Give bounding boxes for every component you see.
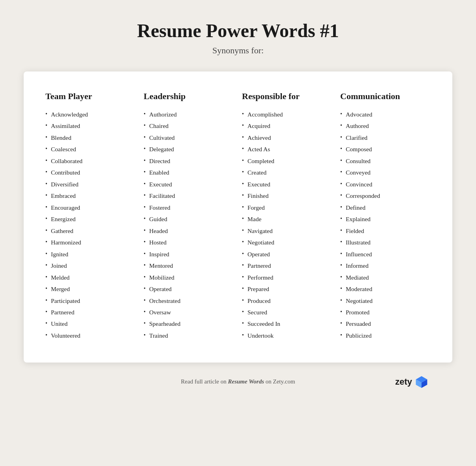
zety-logo: zety [395,375,429,389]
list-item: Participated [45,297,136,305]
list-item: Enabled [144,168,234,177]
list-item: Executed [144,180,234,189]
list-item: Spearheaded [144,319,234,328]
word-list-3: AdvocatedAuthoredClarifiedComposedConsul… [340,110,431,340]
list-item: Energized [45,215,136,224]
zety-logo-text: zety [395,377,412,387]
list-item: Orchestrated [144,297,234,305]
col-header-0: Team Player [45,91,136,101]
word-list-2: AccomplishedAcquiredAchievedActed AsComp… [242,110,332,340]
list-item: Advocated [340,110,431,119]
list-item: Trained [144,331,234,340]
list-item: Volunteered [45,331,136,340]
column-responsible-for: Responsible forAccomplishedAcquiredAchie… [238,91,336,343]
list-item: Succeeded In [242,319,332,328]
list-item: Forged [242,203,332,212]
list-item: Negotiated [242,238,332,247]
col-header-1: Leadership [144,91,234,101]
list-item: Promoted [340,308,431,317]
list-item: Convinced [340,180,431,189]
list-item: Partnered [242,261,332,270]
list-item: Authorized [144,110,234,119]
list-item: Created [242,168,332,177]
list-item: Facilitated [144,192,234,200]
list-item: Navigated [242,227,332,235]
list-item: Defined [340,203,431,212]
list-item: Delegated [144,145,234,154]
list-item: Harmonized [45,238,136,247]
page-title: Resume Power Words #1 [137,20,339,41]
list-item: Executed [242,180,332,189]
list-item: Gathered [45,227,136,235]
list-item: Publicized [340,331,431,340]
list-item: Contributed [45,168,136,177]
list-item: Informed [340,261,431,270]
word-list-1: AuthorizedChairedCultivatedDelegatedDire… [144,110,234,340]
list-item: Encouraged [45,203,136,212]
list-item: Corresponded [340,192,431,200]
list-item: Explained [340,215,431,224]
list-item: Mobilized [144,273,234,282]
list-item: Accomplished [242,110,332,119]
column-team-player: Team PlayerAcknowledgedAssimilatedBlende… [45,91,140,343]
footer: Read full article on Resume Words on Zet… [24,378,452,385]
list-item: Guided [144,215,234,224]
list-item: United [45,319,136,328]
list-item: Prepared [242,285,332,293]
column-communication: CommunicationAdvocatedAuthoredClarifiedC… [336,91,431,343]
list-item: Merged [45,285,136,293]
list-item: Directed [144,157,234,165]
list-item: Coalesced [45,145,136,154]
footer-text: Read full article on Resume Words on Zet… [181,378,295,385]
list-item: Acted As [242,145,332,154]
list-item: Authored [340,122,431,130]
page-subtitle: Synonyms for: [212,45,264,56]
list-item: Secured [242,308,332,317]
list-item: Composed [340,145,431,154]
list-item: Acquired [242,122,332,130]
list-item: Acknowledged [45,110,136,119]
list-item: Inspired [144,250,234,259]
list-item: Cultivated [144,133,234,142]
list-item: Made [242,215,332,224]
list-item: Collaborated [45,157,136,165]
list-item: Chaired [144,122,234,130]
list-item: Influenced [340,250,431,259]
list-item: Achieved [242,133,332,142]
list-item: Operated [144,285,234,293]
col-header-2: Responsible for [242,91,332,101]
list-item: Fielded [340,227,431,235]
list-item: Ignited [45,250,136,259]
list-item: Performed [242,273,332,282]
list-item: Undertook [242,331,332,340]
col-header-3: Communication [340,91,431,101]
list-item: Hosted [144,238,234,247]
list-item: Conveyed [340,168,431,177]
column-leadership: LeadershipAuthorizedChairedCultivatedDel… [140,91,238,343]
list-item: Oversaw [144,308,234,317]
list-item: Mentored [144,261,234,270]
list-item: Assimilated [45,122,136,130]
list-item: Operated [242,250,332,259]
list-item: Moderated [340,285,431,293]
word-list-0: AcknowledgedAssimilatedBlendedCoalescedC… [45,110,136,340]
list-item: Headed [144,227,234,235]
list-item: Produced [242,297,332,305]
zety-cube-icon [414,375,429,389]
list-item: Finished [242,192,332,200]
list-item: Mediated [340,273,431,282]
list-item: Clarified [340,133,431,142]
list-item: Completed [242,157,332,165]
list-item: Melded [45,273,136,282]
list-item: Embraced [45,192,136,200]
list-item: Consulted [340,157,431,165]
list-item: Diversified [45,180,136,189]
content-card: Team PlayerAcknowledgedAssimilatedBlende… [24,71,452,363]
list-item: Blended [45,133,136,142]
list-item: Joined [45,261,136,270]
list-item: Negotiated [340,297,431,305]
list-item: Fostered [144,203,234,212]
list-item: Persuaded [340,319,431,328]
list-item: Partnered [45,308,136,317]
list-item: Illustrated [340,238,431,247]
